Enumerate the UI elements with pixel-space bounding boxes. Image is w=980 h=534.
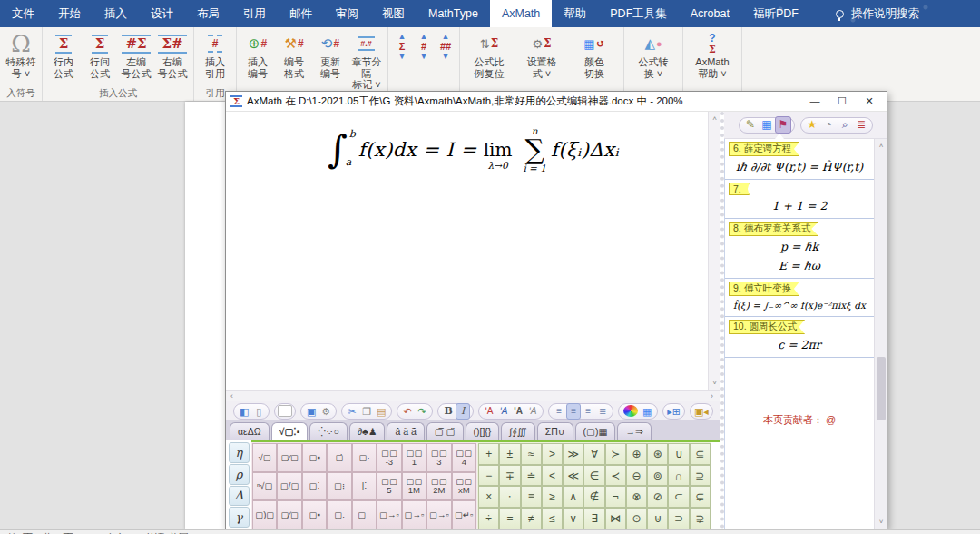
recent-symbol-cell[interactable]: ρ bbox=[229, 464, 250, 485]
toolbar-button[interactable]: ⚙ bbox=[318, 404, 333, 419]
operator-cell[interactable]: ⊘ bbox=[647, 486, 668, 508]
operator-cell[interactable]: ⊆ bbox=[690, 443, 710, 465]
operator-cell[interactable]: ⊋ bbox=[690, 508, 710, 529]
template-cell[interactable]: ▢→▫ bbox=[426, 500, 451, 529]
operator-cell[interactable]: ≡ bbox=[521, 486, 542, 508]
ribbon-tab[interactable]: 邮件 bbox=[278, 0, 324, 27]
ribbon-tab[interactable]: AxMath bbox=[490, 0, 552, 27]
operator-cell[interactable]: < bbox=[542, 465, 563, 487]
ribbon-tab[interactable]: 布局 bbox=[185, 0, 231, 27]
operator-cell[interactable]: ± bbox=[499, 443, 520, 465]
scroll-up-arrow[interactable]: ˄ bbox=[709, 114, 720, 123]
align-button[interactable]: ≡ bbox=[566, 403, 581, 420]
panel-tool-button[interactable]: ⚑ bbox=[775, 116, 791, 134]
operator-cell[interactable]: ⊛ bbox=[647, 443, 668, 465]
formula-tag[interactable]: 9. 傅立叶变换 bbox=[729, 282, 799, 296]
palette-tab[interactable]: ∫∮∭ bbox=[501, 422, 534, 440]
decrease-icon[interactable]: ▼ bbox=[442, 52, 450, 61]
template-cell[interactable]: ▢↵▫ bbox=[452, 500, 476, 529]
main-formula[interactable]: ∫ b a f(x)dx = I = lim λ→0 n ∑ i = 1 f(ξ… bbox=[226, 126, 720, 173]
template-cell[interactable]: ▢. bbox=[327, 500, 351, 529]
font-style-button[interactable]: ʹA bbox=[525, 404, 540, 419]
template-cell[interactable]: ▢)▢ bbox=[252, 500, 277, 529]
formula-insert-button[interactable]: Σ 行内 公式 bbox=[46, 31, 81, 79]
ribbon-tab[interactable]: 开始 bbox=[46, 0, 93, 27]
toolbar-button[interactable]: ◧ bbox=[237, 404, 251, 419]
template-cell[interactable]: ▢▪ bbox=[302, 443, 327, 472]
toolbar-button[interactable]: ↶ bbox=[400, 404, 415, 419]
color-button[interactable] bbox=[623, 405, 638, 417]
panel-scrollbar[interactable]: ˄ ˅ bbox=[874, 139, 887, 529]
special-symbol-button[interactable]: Ω 特殊符 号 ˅ bbox=[4, 31, 38, 79]
operator-cell[interactable]: × bbox=[478, 486, 499, 508]
font-style-button[interactable]: ʹA bbox=[482, 404, 496, 419]
template-cell[interactable]: ⁿ√▢ bbox=[252, 472, 277, 501]
scroll-down-arrow[interactable]: ˅ bbox=[875, 518, 887, 526]
toolbar-button[interactable]: ↷ bbox=[415, 404, 429, 419]
panel-tool-button[interactable]: ⌕ bbox=[837, 117, 853, 133]
palette-tab[interactable]: ▢̅ ▢̈ bbox=[426, 422, 464, 440]
scrollbar-thumb[interactable] bbox=[877, 357, 886, 420]
library-formula-line2[interactable]: E = ℏω bbox=[729, 255, 870, 274]
operator-cell[interactable]: ∉ bbox=[583, 486, 604, 508]
template-cell[interactable]: ▢▢ 2M bbox=[426, 472, 451, 501]
briefcase-button[interactable]: ▣◂ bbox=[693, 404, 710, 419]
formula-tag[interactable]: 7. bbox=[729, 183, 750, 195]
operator-cell[interactable]: ⊙ bbox=[626, 508, 647, 529]
template-cell[interactable]: ▢⁄▢ bbox=[277, 443, 301, 472]
formula-convert-button[interactable]: ◭● 公式转 换 ˅ bbox=[628, 31, 679, 79]
palette-tab[interactable]: â ä ã bbox=[387, 422, 424, 440]
ribbon-tab[interactable]: 引用 bbox=[231, 0, 278, 27]
increase-icon[interactable]: ▲ bbox=[442, 32, 450, 41]
operator-cell[interactable]: ≈ bbox=[521, 443, 542, 465]
operator-cell[interactable]: ⊗ bbox=[626, 486, 647, 508]
operator-cell[interactable]: ⊖ bbox=[626, 465, 647, 487]
template-cell[interactable]: ▢/▢ bbox=[277, 472, 301, 501]
decrease-icon[interactable]: ▼ bbox=[398, 52, 407, 61]
toolbar-button[interactable]: ✂ bbox=[345, 404, 359, 419]
toolbar-button[interactable]: ▯ bbox=[251, 404, 266, 419]
template-cell[interactable]: √▢ bbox=[252, 443, 277, 472]
axmath-title-bar[interactable]: Σ AxMath 在 D:\1-2021.05工作\G 资料\Axmath\Ax… bbox=[226, 92, 887, 112]
ribbon-tab[interactable]: 设计 bbox=[139, 0, 185, 27]
template-cell[interactable]: ▢→▫ bbox=[402, 500, 426, 529]
operator-cell[interactable]: + bbox=[478, 443, 499, 465]
operator-cell[interactable]: ≐ bbox=[521, 465, 542, 487]
library-formula[interactable]: c = 2πr bbox=[729, 334, 870, 353]
tell-me-search[interactable]: 操作说明搜索 bbox=[836, 6, 919, 22]
library-item[interactable]: 6. 薛定谔方程 iℏ ∂/∂t Ψ(r,t) = ĤΨ(r,t) bbox=[725, 139, 874, 180]
numbering-button[interactable]: ⊕# 插入 编号 bbox=[240, 31, 275, 79]
toolbar-button[interactable]: ▣ bbox=[304, 404, 318, 419]
increase-icon[interactable]: ▲ bbox=[398, 32, 407, 41]
operator-cell[interactable]: ⋈ bbox=[605, 508, 626, 529]
operator-cell[interactable]: ∨ bbox=[563, 508, 583, 529]
operator-cell[interactable]: ¬ bbox=[605, 486, 626, 508]
send-to-word-button[interactable]: ▸⊞ bbox=[666, 404, 681, 419]
equation-canvas[interactable]: ∫ b a f(x)dx = I = lim λ→0 n ∑ i = 1 f(ξ… bbox=[226, 112, 720, 390]
panel-tool-button[interactable]: ★ bbox=[804, 117, 820, 133]
color-button[interactable]: ▦ bbox=[640, 404, 654, 419]
format-button[interactable]: ▦↺ 颜色 切换 bbox=[569, 31, 620, 79]
palette-tab[interactable]: (▢)▦ bbox=[575, 422, 616, 440]
formula-insert-button[interactable]: #Σ 左编 号公式 bbox=[119, 31, 153, 79]
ribbon-tab[interactable]: 福昕PDF bbox=[741, 0, 810, 27]
scroll-down-arrow[interactable]: ˅ bbox=[709, 379, 720, 387]
operator-cell[interactable]: ⊇ bbox=[690, 465, 710, 487]
palette-tab[interactable]: ∂♣♟ bbox=[349, 422, 386, 440]
template-cell[interactable]: ▢⁚ bbox=[302, 472, 327, 501]
recent-symbol-cell[interactable]: η bbox=[229, 442, 250, 463]
align-button[interactable]: ≡ bbox=[581, 404, 595, 419]
toolbar-button[interactable]: B bbox=[441, 404, 456, 419]
template-cell[interactable]: ▢▪ bbox=[302, 500, 327, 529]
library-item[interactable]: 7. 1 + 1 = 2 bbox=[725, 180, 874, 219]
template-cell[interactable]: ▢_ bbox=[352, 500, 377, 529]
operator-cell[interactable]: ∩ bbox=[668, 465, 689, 487]
ribbon-tab[interactable]: 视图 bbox=[370, 0, 416, 27]
palette-tab[interactable]: ()[]{} bbox=[466, 422, 500, 440]
palette-tab[interactable]: ΣΠ∪ bbox=[537, 422, 573, 440]
axmath-help-button[interactable]: ?Σ AxMath 帮助 ˅ bbox=[687, 31, 738, 79]
swatch-button[interactable] bbox=[278, 405, 292, 417]
operator-cell[interactable]: ÷ bbox=[478, 508, 499, 529]
template-cell[interactable]: ▢· bbox=[352, 443, 377, 472]
palette-tab[interactable]: →⇒ bbox=[617, 422, 651, 440]
